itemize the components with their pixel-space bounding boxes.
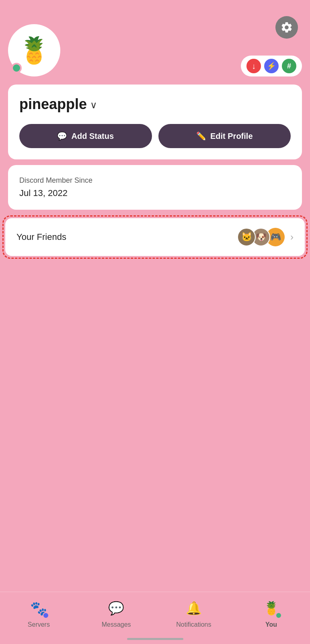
home-indicator (127, 638, 183, 640)
messages-icon: 💬 (108, 601, 124, 616)
nav-item-servers[interactable]: 🐾 Servers (0, 598, 78, 628)
username: pineapple (19, 96, 87, 113)
avatar-section: 🍍 ↓ ⚡ # (0, 24, 310, 76)
nav-item-you[interactable]: 🍍 You (232, 598, 310, 628)
settings-button[interactable] (275, 16, 298, 39)
friends-card[interactable]: Your Friends 🐱 🐶 🎮 › (5, 218, 305, 256)
dog-icon: 🐶 (256, 232, 267, 242)
friends-chevron-right-icon: › (290, 231, 294, 243)
downvote-icon: ↓ (252, 62, 256, 71)
friend-avatar-1: 🐱 (237, 228, 256, 246)
you-online-dot (275, 612, 282, 619)
notifications-icon: 🔔 (186, 601, 202, 616)
nav-icon-wrapper-servers: 🐾 (28, 598, 49, 619)
badge-pills-container: ↓ ⚡ # (241, 56, 302, 76)
badge-boost[interactable]: ⚡ (264, 59, 279, 73)
chevron-down-icon[interactable]: ∨ (90, 99, 97, 111)
avatar-image: 🍍 (18, 37, 50, 63)
username-row: pineapple ∨ (19, 96, 291, 113)
friends-label: Your Friends (16, 232, 66, 242)
discord-logo-icon: 🎮 (270, 232, 281, 242)
edit-profile-button[interactable]: ✏️ Edit Profile (158, 124, 291, 148)
action-buttons: 💬 Add Status ✏️ Edit Profile (19, 124, 291, 148)
add-status-label: Add Status (71, 132, 114, 141)
nav-item-messages[interactable]: 💬 Messages (78, 598, 155, 628)
cat-icon: 🐱 (241, 232, 252, 242)
hashtag-icon: # (287, 62, 291, 70)
member-since-label: Discord Member Since (19, 176, 291, 185)
nav-icon-wrapper-you: 🍍 (261, 598, 282, 619)
nav-label-you: You (265, 621, 277, 628)
avatar-wrapper: 🍍 (8, 24, 60, 76)
profile-card: pineapple ∨ 💬 Add Status ✏️ Edit Profile (8, 85, 302, 159)
bottom-nav: 🐾 Servers 💬 Messages 🔔 Notifications 🍍 Y… (0, 592, 310, 644)
member-since-card: Discord Member Since Jul 13, 2022 (8, 165, 302, 210)
friends-card-wrapper: Your Friends 🐱 🐶 🎮 › (2, 215, 308, 259)
member-since-date: Jul 13, 2022 (19, 188, 291, 198)
gear-icon (280, 21, 293, 34)
boost-icon: ⚡ (267, 62, 276, 70)
nav-label-messages: Messages (102, 621, 131, 628)
friends-right: 🐱 🐶 🎮 › (237, 228, 294, 246)
add-status-button[interactable]: 💬 Add Status (19, 124, 152, 148)
badge-hashtag[interactable]: # (282, 59, 296, 73)
edit-profile-label: Edit Profile (210, 132, 253, 141)
nav-icon-wrapper-messages: 💬 (106, 598, 127, 619)
nav-label-notifications: Notifications (176, 621, 211, 628)
chat-icon: 💬 (57, 131, 67, 141)
badge-downvote[interactable]: ↓ (246, 59, 261, 73)
online-status-dot (11, 63, 22, 73)
nav-item-notifications[interactable]: 🔔 Notifications (155, 598, 233, 628)
servers-notification-dot (43, 612, 49, 619)
nav-icon-wrapper-notifications: 🔔 (183, 598, 204, 619)
nav-label-servers: Servers (28, 621, 50, 628)
pencil-icon: ✏️ (196, 131, 206, 141)
